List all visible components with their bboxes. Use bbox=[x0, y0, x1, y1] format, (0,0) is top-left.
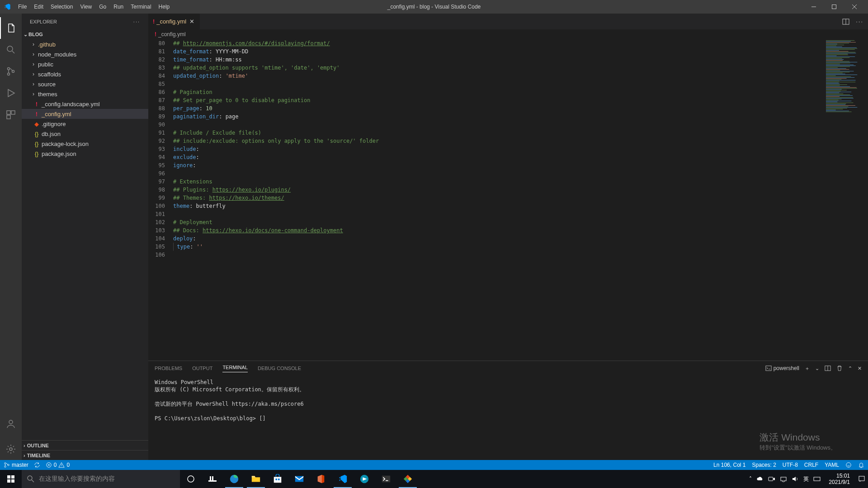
activity-run-debug-icon[interactable] bbox=[0, 82, 22, 104]
file--config-landscape-yml[interactable]: !_config.landscape.yml bbox=[22, 99, 148, 109]
activity-bar bbox=[0, 14, 22, 460]
taskbar-edge-icon[interactable] bbox=[223, 470, 245, 488]
terminal-new-icon[interactable]: ＋ bbox=[805, 365, 810, 372]
taskbar-search[interactable]: 在这里输入你要搜索的内容 bbox=[22, 470, 180, 488]
activity-extensions-icon[interactable] bbox=[0, 104, 22, 126]
activity-explorer-icon[interactable] bbox=[0, 17, 22, 39]
menu-file[interactable]: File bbox=[14, 0, 30, 14]
tray-chevron-up-icon[interactable]: ˄ bbox=[749, 476, 752, 482]
status-sync-icon[interactable] bbox=[34, 462, 40, 468]
folder-source[interactable]: ›source bbox=[22, 79, 148, 89]
status-language[interactable]: YAML bbox=[825, 462, 839, 468]
panel-close-icon[interactable]: ✕ bbox=[858, 366, 862, 371]
status-encoding[interactable]: UTF-8 bbox=[783, 462, 798, 468]
svg-rect-114 bbox=[769, 477, 773, 481]
svg-rect-78 bbox=[826, 101, 851, 101]
panel-tab-terminal[interactable]: TERMINAL bbox=[222, 365, 248, 372]
folder-node-modules[interactable]: ›node_modules bbox=[22, 49, 148, 59]
tray-clock[interactable]: 15:01 2021/9/1 bbox=[825, 473, 854, 485]
taskbar-terminal-icon[interactable] bbox=[375, 470, 397, 488]
tray-volume-icon[interactable] bbox=[792, 475, 799, 483]
file--config-yml[interactable]: !_config.yml bbox=[22, 109, 148, 119]
menu-run[interactable]: Run bbox=[110, 0, 127, 14]
status-indentation[interactable]: Spaces: 2 bbox=[752, 462, 776, 468]
window-maximize-button[interactable] bbox=[824, 0, 844, 14]
tray-ime-label[interactable]: 英 bbox=[803, 475, 809, 483]
activity-source-control-icon[interactable] bbox=[0, 61, 22, 82]
terminal-content[interactable]: Windows PowerShell 版权所有 (C) Microsoft Co… bbox=[148, 376, 868, 460]
panel-tab-debug-console[interactable]: DEBUG CONSOLE bbox=[258, 366, 301, 371]
menu-terminal[interactable]: Terminal bbox=[127, 0, 155, 14]
taskbar-app-icon-1[interactable] bbox=[354, 470, 375, 488]
breadcrumb[interactable]: ! _config.yml bbox=[148, 29, 868, 39]
taskbar-file-explorer-icon[interactable] bbox=[245, 470, 267, 488]
window-minimize-button[interactable] bbox=[803, 0, 824, 14]
activity-settings-icon[interactable] bbox=[0, 438, 22, 460]
taskbar-app-icon-2[interactable] bbox=[397, 470, 419, 488]
svg-rect-20 bbox=[826, 48, 857, 49]
outline-section[interactable]: ›OUTLINE bbox=[22, 440, 148, 450]
line-number-gutter: 8081828384858687888990919293949596979899… bbox=[148, 39, 173, 361]
panel-tab-output[interactable]: OUTPUT bbox=[192, 366, 212, 371]
folder-public[interactable]: ›public bbox=[22, 59, 148, 69]
taskbar-mail-icon[interactable] bbox=[288, 470, 310, 488]
svg-rect-60 bbox=[826, 84, 847, 85]
menu-help[interactable]: Help bbox=[155, 0, 174, 14]
status-eol[interactable]: CRLF bbox=[804, 462, 818, 468]
status-problems[interactable]: 0 0 bbox=[46, 462, 70, 468]
tray-onedrive-icon[interactable] bbox=[756, 475, 764, 483]
explorer-more-icon[interactable]: ··· bbox=[133, 19, 140, 24]
status-notifications-icon[interactable] bbox=[858, 462, 864, 468]
folder-themes[interactable]: ›themes bbox=[22, 89, 148, 99]
menu-go[interactable]: Go bbox=[95, 0, 110, 14]
tray-action-center-icon[interactable] bbox=[858, 475, 865, 483]
folder-header[interactable]: ⌄ BLOG bbox=[22, 29, 148, 39]
svg-rect-61 bbox=[826, 85, 840, 86]
status-branch[interactable]: master bbox=[4, 462, 28, 468]
menu-edit[interactable]: Edit bbox=[30, 0, 47, 14]
yaml-file-icon: ! bbox=[153, 18, 155, 25]
svg-rect-113 bbox=[382, 476, 390, 483]
folder-scaffolds[interactable]: ›scaffolds bbox=[22, 69, 148, 79]
file-package-lock-json[interactable]: {}package-lock.json bbox=[22, 139, 148, 149]
terminal-chevron-down-icon[interactable]: ⌄ bbox=[815, 366, 819, 371]
terminal-split-icon[interactable] bbox=[825, 365, 831, 371]
timeline-section[interactable]: ›TIMELINE bbox=[22, 450, 148, 460]
panel-maximize-icon[interactable]: ⌃ bbox=[848, 366, 852, 371]
tab-close-icon[interactable]: ✕ bbox=[188, 18, 195, 25]
svg-rect-85 bbox=[826, 107, 857, 108]
taskbar-office-icon[interactable] bbox=[310, 470, 332, 488]
minimap[interactable] bbox=[825, 39, 868, 361]
file-package-json[interactable]: {}package.json bbox=[22, 149, 148, 159]
folder--github[interactable]: ›.github bbox=[22, 39, 148, 49]
start-button[interactable] bbox=[0, 470, 22, 488]
status-feedback-icon[interactable] bbox=[845, 462, 852, 468]
svg-point-97 bbox=[846, 463, 851, 468]
activity-account-icon[interactable] bbox=[0, 413, 22, 435]
editor-more-icon[interactable]: ··· bbox=[856, 18, 863, 25]
tray-network-icon[interactable] bbox=[780, 475, 787, 483]
taskbar-vscode-icon[interactable] bbox=[332, 470, 354, 488]
menu-view[interactable]: View bbox=[76, 0, 95, 14]
svg-rect-18 bbox=[826, 47, 842, 47]
window-close-button[interactable] bbox=[844, 0, 864, 14]
menu-selection[interactable]: Selection bbox=[47, 0, 76, 14]
taskbar-store-icon[interactable] bbox=[267, 470, 288, 488]
tray-ime-icon[interactable] bbox=[813, 475, 821, 483]
svg-rect-84 bbox=[826, 106, 848, 107]
file--gitignore[interactable]: ◆.gitignore bbox=[22, 119, 148, 129]
cortana-icon[interactable] bbox=[202, 470, 223, 488]
tray-meet-now-icon[interactable] bbox=[768, 475, 775, 483]
window-title: _config.yml - blog - Visual Studio Code bbox=[387, 4, 481, 10]
code-content[interactable]: ## http://momentjs.com/docs/#/displaying… bbox=[173, 39, 825, 361]
svg-point-93 bbox=[5, 463, 6, 465]
activity-search-icon[interactable] bbox=[0, 39, 22, 61]
tab-config-yml[interactable]: ! _config.yml ✕ bbox=[148, 14, 200, 29]
terminal-kill-icon[interactable] bbox=[836, 365, 843, 371]
file-db-json[interactable]: {}db.json bbox=[22, 129, 148, 139]
task-view-icon[interactable] bbox=[180, 470, 202, 488]
terminal-shell-picker[interactable]: powershell bbox=[765, 365, 799, 371]
status-cursor-position[interactable]: Ln 106, Col 1 bbox=[713, 462, 745, 468]
panel-tab-problems[interactable]: PROBLEMS bbox=[155, 366, 182, 371]
split-editor-icon[interactable] bbox=[842, 18, 849, 25]
